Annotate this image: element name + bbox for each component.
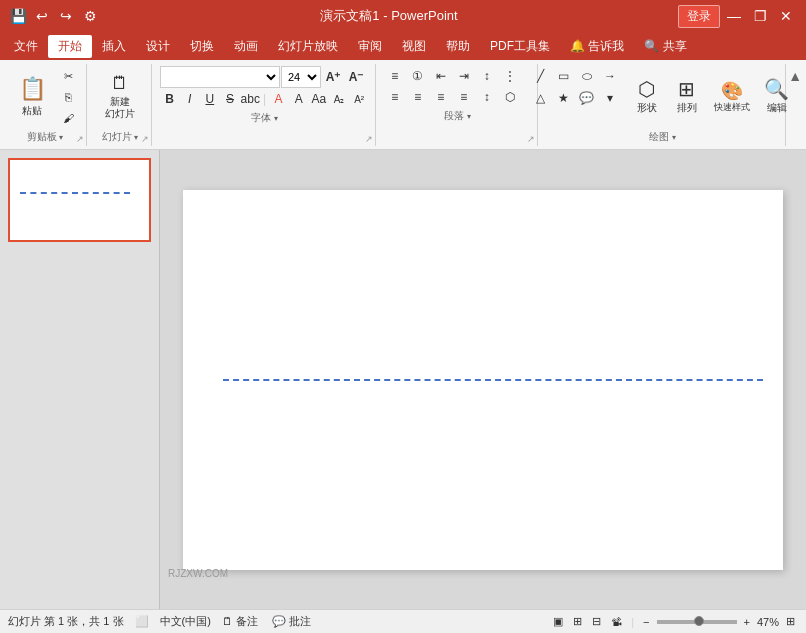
shape-line[interactable]: ╱	[530, 66, 552, 86]
quick-styles-label: 快速样式	[714, 102, 750, 113]
menu-slideshow[interactable]: 幻灯片放映	[268, 35, 348, 58]
minimize-button[interactable]: —	[722, 4, 746, 28]
direction-button[interactable]: ↕	[476, 66, 498, 86]
list-bullet-button[interactable]: ≡	[384, 66, 406, 86]
shape-more[interactable]: ▾	[599, 88, 621, 108]
restore-button[interactable]: ❐	[748, 4, 772, 28]
notes-button[interactable]: 🗒 备注	[219, 614, 261, 629]
font-highlight-button[interactable]: A	[289, 89, 308, 109]
copy-button[interactable]: ⎘	[56, 87, 80, 107]
fit-slide-button[interactable]: ⊞	[783, 615, 798, 628]
view-slide-button[interactable]: ⊞	[570, 615, 585, 628]
menu-review[interactable]: 审阅	[348, 35, 392, 58]
bold-button[interactable]: B	[160, 89, 179, 109]
shadow-button[interactable]: abc	[241, 89, 260, 109]
menu-help[interactable]: 帮助	[436, 35, 480, 58]
comments-button[interactable]: 💬 批注	[269, 614, 314, 629]
shape-star[interactable]: ★	[553, 88, 575, 108]
paragraph-group: ≡ ① ⇤ ⇥ ↕ ⋮ ≡ ≡ ≡ ≡ ↕ ⬡ 段落 ▾ ↗	[378, 64, 538, 146]
font-color-button[interactable]: A	[269, 89, 288, 109]
login-button[interactable]: 登录	[678, 5, 720, 28]
clipboard-expand[interactable]: ↗	[76, 134, 84, 144]
view-reading-button[interactable]: ⊟	[589, 615, 604, 628]
indent-increase-button[interactable]: ⇥	[453, 66, 475, 86]
menu-transition[interactable]: 切换	[180, 35, 224, 58]
customize-icon[interactable]: ⚙	[80, 6, 100, 26]
columns-button[interactable]: ⋮	[499, 66, 521, 86]
arrange-icon: ⊞	[678, 77, 695, 101]
paste-button[interactable]: 📋 粘贴	[10, 67, 54, 127]
new-slide-button[interactable]: 🗒 新建幻灯片	[95, 66, 145, 126]
menu-animation[interactable]: 动画	[224, 35, 268, 58]
font-size-select[interactable]: 24	[281, 66, 321, 88]
italic-button[interactable]: I	[180, 89, 199, 109]
status-divider: |	[631, 616, 634, 628]
menu-file[interactable]: 文件	[4, 35, 48, 58]
shape-button[interactable]: ⬡ 形状	[629, 66, 665, 126]
new-slide-label: 新建幻灯片	[105, 96, 135, 120]
font-name-select[interactable]	[160, 66, 280, 88]
menu-bar: 文件 开始 插入 设计 切换 动画 幻灯片放映 审阅 视图 帮助 PDF工具集 …	[0, 32, 806, 60]
slide-canvas[interactable]	[183, 190, 783, 570]
align-left-button[interactable]: ≡	[384, 87, 406, 107]
char-spacing-button[interactable]: Aa	[309, 89, 328, 109]
redo-icon[interactable]: ↪	[56, 6, 76, 26]
shape-label: 形状	[637, 101, 657, 115]
edit-button[interactable]: 🔍 编辑	[759, 66, 795, 126]
list-number-button[interactable]: ①	[407, 66, 429, 86]
language-label: 中文(中国)	[160, 614, 211, 629]
paste-icon: 📋	[19, 76, 46, 102]
clipboard-label: 剪贴板 ▾	[10, 130, 80, 144]
font-label: 字体 ▾	[160, 111, 369, 125]
superscript-button[interactable]: A²	[350, 89, 369, 109]
slides-group: 🗒 新建幻灯片 幻灯片 ▾ ↗	[89, 64, 152, 146]
paragraph-expand[interactable]: ↗	[527, 134, 535, 144]
quick-styles-button[interactable]: 🎨 快速样式	[709, 66, 755, 126]
window-title: 演示文稿1 - PowerPoint	[100, 7, 678, 25]
align-center-button[interactable]: ≡	[407, 87, 429, 107]
align-right-button[interactable]: ≡	[430, 87, 452, 107]
line-spacing-button[interactable]: ↕	[476, 87, 498, 107]
edit-icon: 🔍	[764, 77, 789, 101]
menu-view[interactable]: 视图	[392, 35, 436, 58]
slides-expand[interactable]: ↗	[141, 134, 149, 144]
save-icon[interactable]: 💾	[8, 6, 28, 26]
arrange-button[interactable]: ⊞ 排列	[669, 66, 705, 126]
underline-button[interactable]: U	[200, 89, 219, 109]
indent-decrease-button[interactable]: ⇤	[430, 66, 452, 86]
font-expand[interactable]: ↗	[365, 134, 373, 144]
menu-design[interactable]: 设计	[136, 35, 180, 58]
status-right: ▣ ⊞ ⊟ 📽 | − + 47% ⊞	[550, 615, 798, 628]
shape-oval[interactable]: ⬭	[576, 66, 598, 86]
menu-share[interactable]: 🔍 共享	[634, 35, 696, 58]
title-bar: 💾 ↩ ↪ ⚙ 演示文稿1 - PowerPoint 登录 — ❐ ✕	[0, 0, 806, 32]
shape-arrow[interactable]: →	[599, 66, 621, 86]
undo-icon[interactable]: ↩	[32, 6, 52, 26]
shape-triangle[interactable]: △	[530, 88, 552, 108]
divider1: |	[261, 92, 268, 106]
align-justify-button[interactable]: ≡	[453, 87, 475, 107]
increase-font-button[interactable]: A⁺	[322, 67, 344, 87]
view-normal-button[interactable]: ▣	[550, 615, 566, 628]
shape-callout[interactable]: 💬	[576, 88, 598, 108]
zoom-in-button[interactable]: +	[741, 616, 753, 628]
cut-button[interactable]: ✂	[56, 66, 80, 86]
menu-home[interactable]: 开始	[48, 35, 92, 58]
paragraph-label: 段落 ▾	[384, 109, 531, 123]
menu-tell[interactable]: 🔔 告诉我	[560, 35, 634, 58]
smartart-button[interactable]: ⬡	[499, 87, 521, 107]
shape-rect[interactable]: ▭	[553, 66, 575, 86]
slide-thumbnail[interactable]	[8, 158, 151, 242]
close-button[interactable]: ✕	[774, 4, 798, 28]
decrease-font-button[interactable]: A⁻	[345, 67, 367, 87]
format-painter-button[interactable]: 🖌	[56, 108, 80, 128]
subscript-button[interactable]: A₂	[329, 89, 348, 109]
strikethrough-button[interactable]: S	[220, 89, 239, 109]
menu-insert[interactable]: 插入	[92, 35, 136, 58]
paste-label: 粘贴	[22, 104, 42, 118]
zoom-out-button[interactable]: −	[640, 616, 652, 628]
zoom-slider[interactable]	[657, 620, 737, 624]
view-presenter-button[interactable]: 📽	[608, 616, 625, 628]
layout-button[interactable]: ⬜	[132, 615, 152, 628]
menu-pdf[interactable]: PDF工具集	[480, 35, 560, 58]
